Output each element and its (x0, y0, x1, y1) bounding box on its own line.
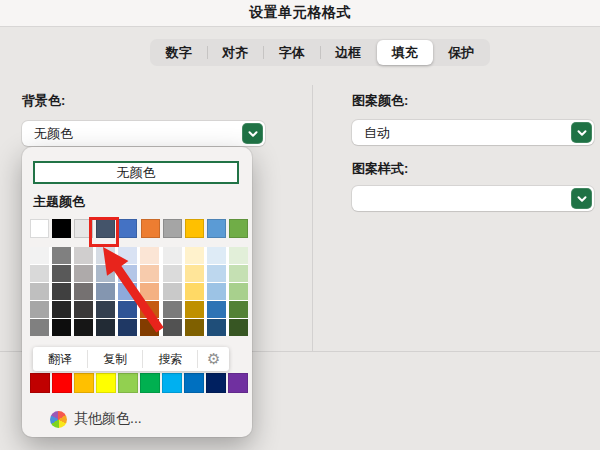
theme-variant-swatch[interactable] (207, 247, 226, 264)
theme-variants-grid (30, 247, 248, 336)
tab-保护[interactable]: 保护 (434, 40, 490, 65)
theme-variant-swatch[interactable] (185, 301, 204, 318)
standard-color-swatch[interactable] (96, 373, 116, 393)
theme-variant-swatch[interactable] (229, 247, 248, 264)
background-color-dropdown[interactable]: 无颜色 (22, 121, 265, 146)
theme-variant-swatch[interactable] (118, 265, 137, 282)
theme-colors-label: 主题颜色 (33, 193, 85, 211)
theme-variant-swatch[interactable] (140, 265, 159, 282)
standard-color-swatch[interactable] (118, 373, 138, 393)
theme-variant-swatch[interactable] (207, 319, 226, 336)
theme-variant-swatch[interactable] (96, 247, 115, 264)
context-menu-item-搜索[interactable]: 搜索 (143, 347, 197, 371)
theme-variant-swatch[interactable] (118, 319, 137, 336)
theme-variant-swatch[interactable] (52, 283, 71, 300)
standard-colors-row (30, 373, 248, 393)
theme-variant-swatch[interactable] (74, 301, 93, 318)
theme-variant-swatch[interactable] (30, 319, 49, 336)
theme-variant-swatch[interactable] (96, 265, 115, 282)
theme-color-swatch[interactable] (163, 219, 182, 238)
theme-variant-swatch[interactable] (52, 247, 71, 264)
more-colors-label: 其他颜色... (74, 410, 142, 428)
theme-variant-swatch[interactable] (229, 301, 248, 318)
theme-variant-swatch[interactable] (30, 301, 49, 318)
theme-variant-swatch[interactable] (185, 265, 204, 282)
highlight-rectangle-annotation (89, 217, 119, 247)
theme-variant-swatch[interactable] (229, 319, 248, 336)
format-tabs: 数字对齐字体边框填充保护 (150, 39, 490, 66)
tab-边框[interactable]: 边框 (321, 40, 377, 65)
theme-variant-swatch[interactable] (140, 283, 159, 300)
standard-color-swatch[interactable] (140, 373, 160, 393)
theme-variant-swatch[interactable] (74, 283, 93, 300)
pattern-style-dropdown[interactable] (352, 186, 594, 211)
chevron-down-icon[interactable] (242, 123, 263, 144)
theme-colors-row (30, 219, 248, 238)
theme-variant-swatch[interactable] (52, 301, 71, 318)
chevron-down-icon[interactable] (571, 122, 592, 143)
pattern-color-dropdown[interactable]: 自动 (352, 120, 594, 145)
theme-variant-swatch[interactable] (140, 247, 159, 264)
standard-color-swatch[interactable] (228, 373, 248, 393)
theme-variant-swatch[interactable] (74, 319, 93, 336)
pattern-color-value: 自动 (364, 120, 390, 145)
theme-variant-swatch[interactable] (185, 283, 204, 300)
standard-color-swatch[interactable] (30, 373, 50, 393)
format-cells-dialog: 设置单元格格式 数字对齐字体边框填充保护 背景色: 无颜色 图案颜色: 自动 图… (0, 0, 600, 450)
theme-variant-swatch[interactable] (118, 247, 137, 264)
theme-variant-swatch[interactable] (96, 283, 115, 300)
tab-填充[interactable]: 填充 (377, 40, 433, 65)
theme-variant-swatch[interactable] (207, 265, 226, 282)
theme-variant-swatch[interactable] (30, 283, 49, 300)
theme-variant-swatch[interactable] (207, 283, 226, 300)
tab-数字[interactable]: 数字 (151, 40, 207, 65)
theme-color-swatch[interactable] (185, 219, 204, 238)
more-colors-button[interactable]: 其他颜色... (50, 409, 142, 429)
theme-variant-swatch[interactable] (96, 319, 115, 336)
theme-variant-swatch[interactable] (229, 283, 248, 300)
theme-variant-swatch[interactable] (52, 319, 71, 336)
context-menu-item-翻译[interactable]: 翻译 (33, 347, 87, 371)
theme-variant-swatch[interactable] (118, 283, 137, 300)
theme-variant-swatch[interactable] (163, 265, 182, 282)
theme-variant-swatch[interactable] (118, 301, 137, 318)
theme-variant-swatch[interactable] (163, 283, 182, 300)
theme-variant-swatch[interactable] (229, 265, 248, 282)
theme-variant-swatch[interactable] (140, 319, 159, 336)
theme-variant-swatch[interactable] (96, 301, 115, 318)
theme-color-swatch[interactable] (52, 219, 71, 238)
theme-color-swatch[interactable] (118, 219, 137, 238)
dialog-title: 设置单元格格式 (249, 4, 351, 22)
context-menu: 翻译复制搜索⚙ (33, 347, 229, 371)
theme-variant-swatch[interactable] (185, 247, 204, 264)
color-picker-popup: 无颜色 主题颜色 翻译复制搜索⚙ 其他颜色... (22, 147, 252, 437)
dialog-titlebar: 设置单元格格式 (0, 0, 600, 27)
theme-variant-swatch[interactable] (140, 301, 159, 318)
theme-color-swatch[interactable] (207, 219, 226, 238)
theme-variant-swatch[interactable] (74, 247, 93, 264)
theme-variant-swatch[interactable] (30, 265, 49, 282)
theme-variant-swatch[interactable] (163, 301, 182, 318)
theme-variant-swatch[interactable] (52, 265, 71, 282)
theme-color-swatch[interactable] (30, 219, 49, 238)
standard-color-swatch[interactable] (206, 373, 226, 393)
theme-variant-swatch[interactable] (163, 319, 182, 336)
theme-variant-swatch[interactable] (185, 319, 204, 336)
standard-color-swatch[interactable] (162, 373, 182, 393)
no-color-button[interactable]: 无颜色 (33, 161, 239, 184)
standard-color-swatch[interactable] (74, 373, 94, 393)
theme-color-swatch[interactable] (141, 219, 160, 238)
tab-字体[interactable]: 字体 (264, 40, 320, 65)
pattern-color-label: 图案颜色: (352, 92, 408, 110)
standard-color-swatch[interactable] (184, 373, 204, 393)
theme-variant-swatch[interactable] (74, 265, 93, 282)
theme-variant-swatch[interactable] (163, 247, 182, 264)
standard-color-swatch[interactable] (52, 373, 72, 393)
gear-icon[interactable]: ⚙ (198, 347, 229, 371)
tab-对齐[interactable]: 对齐 (208, 40, 264, 65)
theme-variant-swatch[interactable] (207, 301, 226, 318)
theme-variant-swatch[interactable] (30, 247, 49, 264)
context-menu-item-复制[interactable]: 复制 (88, 347, 142, 371)
theme-color-swatch[interactable] (229, 219, 248, 238)
chevron-down-icon[interactable] (571, 188, 592, 209)
